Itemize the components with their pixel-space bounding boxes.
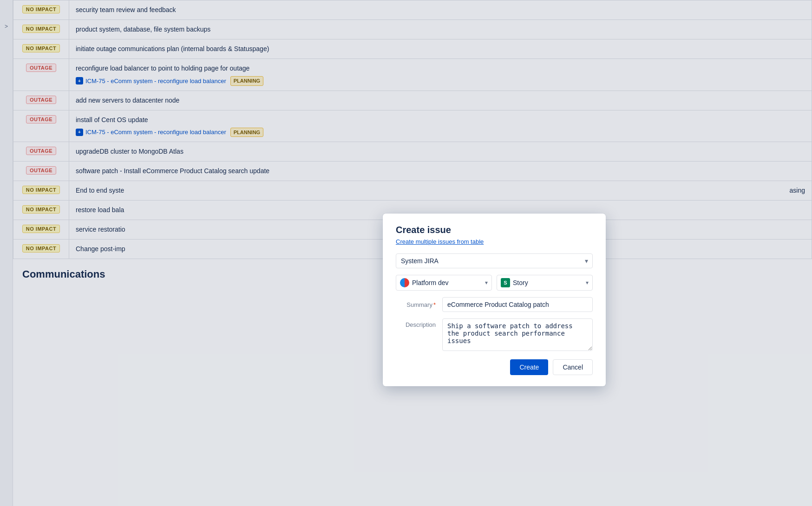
- description-row: Description Ship a software patch to add…: [396, 318, 593, 351]
- project-icon: [400, 278, 409, 287]
- summary-input[interactable]: [442, 297, 593, 312]
- page-wrapper: > NO IMPACT security team review and fee…: [0, 0, 812, 506]
- issue-type-label: Story: [513, 279, 578, 286]
- description-textarea[interactable]: Ship a software patch to address the pro…: [442, 318, 593, 351]
- create-button[interactable]: Create: [510, 359, 548, 375]
- chevron-down-icon: ▾: [485, 279, 488, 286]
- system-jira-row: System JIRA ▾: [396, 253, 593, 268]
- story-icon: S: [501, 278, 510, 287]
- modal-actions: Create Cancel: [396, 359, 593, 375]
- modal-title: Create issue: [396, 225, 593, 235]
- issue-type-select[interactable]: S Story ▾: [497, 275, 593, 291]
- description-label: Description: [396, 318, 442, 328]
- project-select[interactable]: Platform dev ▾: [396, 275, 492, 291]
- chevron-down-icon: ▾: [586, 279, 589, 286]
- project-type-row: Platform dev ▾ S Story ▾: [396, 275, 593, 291]
- modal-overlay: Create issue Create multiple issues from…: [0, 0, 812, 506]
- create-issue-modal: Create issue Create multiple issues from…: [383, 214, 606, 386]
- system-jira-select[interactable]: System JIRA: [396, 253, 593, 268]
- system-jira-select-wrapper: System JIRA ▾: [396, 253, 593, 268]
- project-label: Platform dev: [412, 279, 478, 286]
- create-multiple-link[interactable]: Create multiple issues from table: [396, 238, 593, 245]
- cancel-button[interactable]: Cancel: [553, 359, 593, 375]
- summary-label: Summary: [396, 301, 442, 308]
- summary-row: Summary: [396, 297, 593, 312]
